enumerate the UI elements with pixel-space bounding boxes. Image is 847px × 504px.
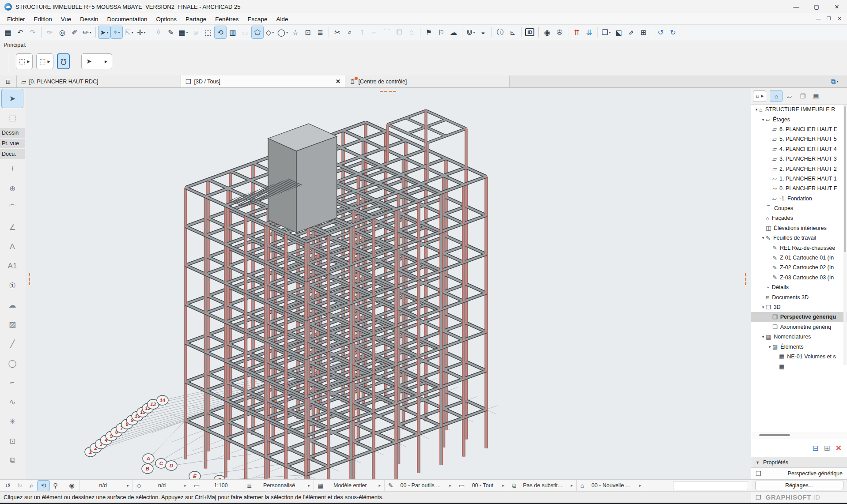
inject-parameters-icon[interactable]: ◎	[57, 26, 68, 38]
level-dimension-tool[interactable]: ⊕	[2, 179, 23, 198]
cloud-sync-icon[interactable]: ☁	[448, 26, 459, 38]
tree-item-e-tages[interactable]: ▾▱Étages	[751, 114, 847, 124]
tab-3d-tous[interactable]: ❒[3D / Tous]✕	[181, 75, 345, 87]
minimize-button[interactable]: —	[786, 0, 806, 13]
expander-open-icon[interactable]: ▾	[760, 335, 766, 339]
tree-item-3d[interactable]: ▾❒3D	[751, 302, 847, 312]
find-select-icon[interactable]: ⌕	[344, 26, 355, 38]
toolbox-tab-dessin[interactable]: Dessin	[0, 128, 25, 138]
gravity-icon[interactable]: ⌓	[239, 26, 251, 38]
cutaway-icon[interactable]: ⬕	[613, 26, 624, 38]
pick-up-parameters-icon[interactable]: ✑	[44, 26, 56, 38]
paint-bucket-icon[interactable]: ◒	[477, 26, 489, 38]
marquee-tool[interactable]: ⬚	[2, 109, 23, 127]
tree-item-4-plancher-haut-4[interactable]: ▱4. PLANCHER HAUT 4	[751, 144, 847, 154]
undo-icon[interactable]: ↶	[15, 26, 26, 38]
circle-tool[interactable]: ◯	[2, 354, 23, 372]
coordinate-input[interactable]	[673, 481, 748, 490]
toolbox-tab-pt-vue[interactable]: Pt. vue	[0, 139, 25, 148]
renovation-filter-field[interactable]: ⌂00 - Nouvelle ...▸	[577, 480, 645, 491]
tree-item-rel-rez-de-chausse-e[interactable]: ✎REL Rez-de-chaussée	[751, 243, 847, 252]
3d-window-icon[interactable]: ❒▾	[601, 26, 612, 38]
resize-icon[interactable]: ⧠	[393, 26, 405, 38]
close-button[interactable]: ✕	[827, 0, 847, 13]
menu-fichier[interactable]: Fichier	[3, 15, 30, 24]
view-map-button[interactable]: ▱	[783, 90, 795, 102]
eraser-icon[interactable]: ✏▾	[81, 26, 93, 38]
hotspot-tool[interactable]: ✳	[2, 412, 23, 431]
elevate-icon[interactable]: ⌂	[406, 26, 417, 38]
clip-icon[interactable]: ✇	[554, 26, 565, 38]
window-layout-icon[interactable]: ⊞	[638, 26, 649, 38]
tab-0-plancher-haut-rdc[interactable]: ▱[0. PLANCHER HAUT RDC]	[17, 75, 181, 87]
expander-open-icon[interactable]: ▾	[754, 107, 759, 112]
expander-open-icon[interactable]: ▾	[760, 236, 766, 240]
menu-aide[interactable]: Aide	[272, 15, 293, 24]
tree-item-1-fondation[interactable]: ▱-1. Fondation	[751, 194, 847, 203]
schedule-tool-icon[interactable]: ≣	[314, 26, 326, 38]
tree-item-feuilles-de-travail[interactable]: ▾✎Feuilles de travail	[751, 233, 847, 243]
tree-item-structure-immeuble-r[interactable]: ▾⌂STRUCTURE IMMEUBLE R	[751, 105, 847, 114]
select-arrow-tool[interactable]: ➤	[2, 89, 23, 108]
info-icon[interactable]: ⓘ	[495, 26, 506, 38]
tree-item-perspective-ge-ne-riqu[interactable]: ❒Perspective génériqu	[751, 312, 847, 322]
orbit-right-icon[interactable]: ↻	[667, 26, 679, 38]
tree-item-2-plancher-haut-2[interactable]: ▱2. PLANCHER HAUT 2	[751, 164, 847, 173]
redo-icon[interactable]: ↷	[27, 26, 38, 38]
tree-item-ne-01-volumes-et-s[interactable]: ▦NE-01 Volumes et s	[751, 352, 847, 361]
marker-tool[interactable]: ①	[2, 276, 23, 295]
suspend-groups-icon[interactable]: ⬚	[202, 26, 214, 38]
menu-dessin[interactable]: Dessin	[76, 15, 102, 24]
tree-item-e-le-ments[interactable]: ▾▨Éléments	[751, 342, 847, 351]
zoom-level-field[interactable]: n/d▸	[80, 480, 133, 491]
expander-open-icon[interactable]: ▾	[767, 345, 772, 349]
measure-ruler-icon[interactable]: ▥	[227, 26, 238, 38]
expander-open-icon[interactable]: ▾	[760, 117, 766, 122]
pen-icon[interactable]: ✎	[165, 26, 177, 38]
doc-restore-button[interactable]: ❐	[824, 16, 834, 22]
new-viewpoint-button[interactable]: ⊞	[824, 444, 830, 453]
doc-close-button[interactable]: ✕	[835, 16, 844, 22]
tab-overflow-button[interactable]: ⧉▾	[822, 75, 847, 87]
zoom-to-selection-icon[interactable]: ◉	[541, 26, 553, 38]
fill-cloud-tool[interactable]: ☁	[2, 296, 23, 314]
line-tool[interactable]: ╱	[2, 335, 23, 353]
tree-item-0-plancher-haut-f[interactable]: ▱0. PLANCHER HAUT F	[751, 184, 847, 193]
teamwork-send-icon[interactable]: ⇈	[571, 26, 582, 38]
pen-set-field[interactable]: ✎00 - Par outils ...▸	[385, 480, 455, 491]
layout-book-button[interactable]: ❐	[797, 90, 809, 102]
fly-through-icon[interactable]: ⇗	[625, 26, 637, 38]
doc-minimize-button[interactable]: —	[813, 16, 823, 22]
toolbox-tab-docu[interactable]: Docu.	[0, 149, 25, 159]
marquee-pointer-button[interactable]: ⬚▶	[36, 53, 53, 69]
zoom-in-button[interactable]: ⌕	[26, 481, 38, 491]
polyline-tool[interactable]: ⌐	[2, 373, 23, 392]
snap-grid-icon[interactable]: ✛▾	[136, 26, 147, 38]
marker-set-field[interactable]: ▭00 - Tout▸	[455, 480, 508, 491]
figure-tool[interactable]: ⊡	[2, 432, 23, 450]
close-tab-icon[interactable]: ✕	[336, 78, 340, 85]
sub-element-arrow-icon[interactable]: ⇱▾	[123, 26, 135, 38]
fillet-icon[interactable]: ⌒	[381, 26, 393, 38]
arrow-tool-button[interactable]: ➤▶	[81, 53, 112, 69]
text-tool[interactable]: A	[2, 237, 23, 256]
tree-item-nomenclatures[interactable]: ▾▦Nomenclatures	[751, 332, 847, 342]
menu-vue[interactable]: Vue	[57, 15, 76, 24]
transfer-settings-icon[interactable]: ✐	[69, 26, 80, 38]
split-icon[interactable]: ✂	[332, 26, 343, 38]
project-chooser-button[interactable]: ⧈ ▶	[753, 90, 766, 102]
angle-dimension-tool[interactable]: ∠	[2, 218, 23, 237]
tree-item-documents-3d[interactable]: ⧈Documents 3D	[751, 292, 847, 302]
menu-partage[interactable]: Partage	[181, 15, 211, 24]
tree-scrollbar[interactable]	[843, 105, 847, 365]
drawing-tool[interactable]: ⧉	[2, 451, 23, 470]
tree-item-5-plancher-haut-5[interactable]: ▱5. PLANCHER HAUT 5	[751, 134, 847, 144]
rotate-icon[interactable]: ⟲	[215, 26, 226, 38]
tab-organizer-button[interactable]: ⊞	[0, 75, 17, 87]
edit-polygon-icon[interactable]: ⬠	[252, 26, 263, 38]
editing-plane-icon[interactable]: ◊	[153, 26, 164, 38]
spline-tool[interactable]: ∿	[2, 393, 23, 411]
arrow-snap-icon[interactable]: ➤▾	[98, 26, 110, 38]
circle-tools-icon[interactable]: ◯▾	[276, 26, 289, 38]
tree-item-z-02-cartouche-02-in[interactable]: ✎Z-02 Cartouche 02 (In	[751, 263, 847, 272]
